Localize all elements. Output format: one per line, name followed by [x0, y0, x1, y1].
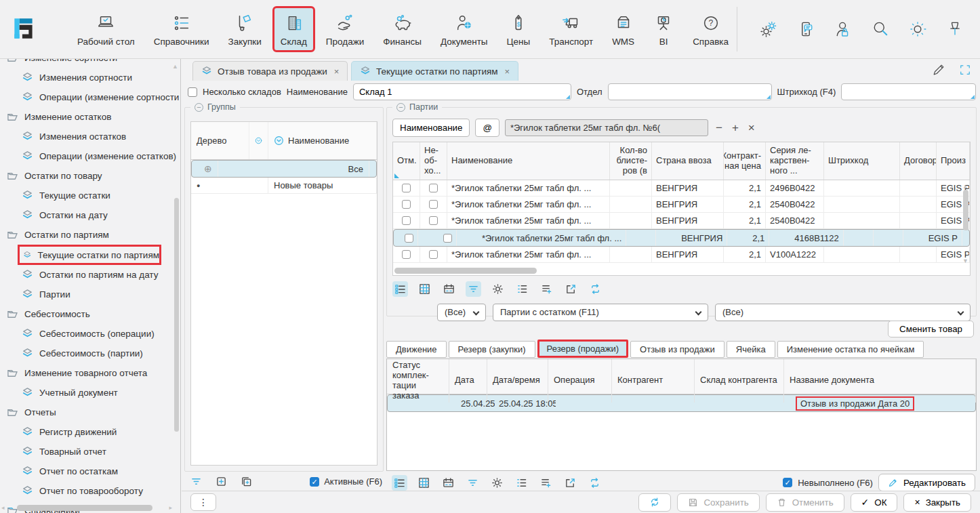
edit-button[interactable]: Редактировать — [878, 474, 975, 491]
tab-cell[interactable]: Ячейка — [727, 341, 775, 358]
department-input[interactable] — [608, 83, 772, 100]
extra-filter-select[interactable]: (Все) — [715, 304, 971, 321]
tree-item[interactable]: Партии — [0, 285, 180, 304]
view-list-icon[interactable] — [392, 281, 408, 297]
column-header-producer[interactable]: Произ — [937, 142, 970, 180]
row-checkbox[interactable] — [429, 250, 438, 259]
group-row-new-products[interactable]: ● Новые товары — [191, 178, 377, 194]
tree-item[interactable]: Остатки на дату — [0, 205, 180, 225]
close-button[interactable]: × Закрыть — [903, 493, 971, 512]
settings-gear-icon[interactable] — [489, 475, 505, 491]
view-grid-icon[interactable] — [417, 281, 432, 297]
search-value-input[interactable]: *Эгилок таблетки 25мг табл фл. №6( — [505, 119, 708, 136]
more-actions-button[interactable]: ⋮ — [190, 493, 216, 511]
tree-item[interactable]: Операции (изменение сортности — [0, 87, 180, 107]
menu-item-purchases[interactable]: Закупки — [220, 6, 270, 52]
tab-movement[interactable]: Движение — [386, 341, 447, 358]
column-header-country[interactable]: Страна ввоза — [652, 142, 724, 180]
tree-item[interactable]: Изменения остатков — [0, 127, 180, 146]
tree-item[interactable]: Отчет по остаткам — [0, 461, 180, 481]
menu-item-sales[interactable]: Продажи — [318, 6, 372, 52]
tree-item[interactable]: Операции (изменение остатков) — [0, 146, 180, 166]
row-checkbox[interactable] — [402, 216, 411, 225]
column-header-contract[interactable]: Договор — [900, 142, 937, 180]
user-lock-icon[interactable] — [834, 20, 853, 39]
row-checkbox[interactable] — [402, 200, 411, 209]
menu-item-finance[interactable]: Финансы — [375, 6, 430, 52]
tree-folder[interactable]: Отчеты — [0, 403, 180, 422]
party-row[interactable]: *Эгилок таблетки 25мг табл фл. ... ВЕНГР… — [393, 213, 970, 229]
filter-icon[interactable] — [466, 281, 481, 297]
menu-item-bi[interactable]: BI — [645, 6, 682, 52]
column-header-tree[interactable]: Дерево — [191, 122, 249, 159]
reserve-row[interactable]: 25.04.25 25.04.25 18:05:02 Отзыв из прод… — [387, 394, 976, 412]
close-tab-icon[interactable]: × — [334, 66, 340, 77]
collapse-icon[interactable]: − — [195, 103, 203, 112]
filter-icon[interactable] — [465, 475, 481, 491]
settings-gear-icon[interactable] — [490, 281, 506, 297]
tab-product-recall[interactable]: Отзыв товара из продажи × — [192, 61, 348, 81]
tree-item[interactable]: Отчет по товарообороту — [0, 481, 180, 501]
tree-item[interactable]: Текущие остатки — [0, 186, 180, 205]
scroll-left-arrow[interactable]: ◂ — [1, 504, 5, 512]
row-checkbox[interactable] — [429, 184, 438, 192]
party-row[interactable]: *Эгилок таблетки 25мг табл фл. ... ВЕНГР… — [393, 247, 970, 263]
row-checkbox[interactable] — [429, 216, 438, 225]
mark-filter-select[interactable]: (Все) — [437, 304, 486, 321]
tree-item-current-batch-remainders[interactable]: Текущие остатки по партиям — [18, 245, 161, 265]
open-external-icon[interactable] — [563, 475, 578, 491]
change-product-button[interactable]: Сменить товар — [888, 321, 974, 337]
close-tab-icon[interactable]: × — [505, 66, 510, 77]
search-mode-button[interactable]: @ — [475, 119, 499, 137]
party-row[interactable]: *Эгилок таблетки 25мг табл фл. ... ВЕНГР… — [393, 197, 970, 213]
column-header-barcode[interactable]: Штрихкод — [824, 142, 900, 180]
column-header-price[interactable]: Контракт-ная цена — [724, 142, 766, 180]
open-external-icon[interactable] — [563, 281, 579, 297]
repeat-icon[interactable] — [588, 281, 603, 297]
tree-folder[interactable]: Остатки по партиям — [0, 225, 180, 245]
add-box-icon[interactable] — [213, 474, 229, 489]
row-checkbox[interactable] — [429, 200, 438, 209]
refresh-button[interactable] — [638, 493, 671, 512]
save-button[interactable]: Сохранить — [677, 493, 759, 512]
scroll-down-arrow[interactable]: ▼ — [962, 258, 968, 264]
tree-item[interactable]: Изменения сортности — [0, 68, 180, 87]
tree-item[interactable]: Остатки по партиям на дату — [0, 265, 180, 285]
document-name-highlight[interactable]: Отзыв из продажи Дата 20 — [796, 396, 914, 411]
tab-recall-from-sales[interactable]: Отзыв из продажи — [630, 341, 724, 358]
menu-item-desktop[interactable]: Рабочий стол — [69, 6, 143, 52]
multi-warehouse-checkbox[interactable] — [188, 87, 197, 97]
clear-filter-icon[interactable]: × — [746, 121, 757, 135]
menu-item-transport[interactable]: Транспорт — [541, 6, 601, 52]
active-checkbox[interactable]: ✓ — [310, 477, 319, 487]
numbered-list-icon[interactable] — [514, 281, 530, 297]
tree-item[interactable]: Товарный отчет — [0, 442, 180, 461]
tab-cell-remainder-change[interactable]: Изменение остатка по ячейкам — [777, 341, 924, 358]
tab-current-batch-remainders[interactable]: Текущие остатки по партиям × — [351, 61, 518, 81]
ok-button[interactable]: ✓ ОК — [851, 493, 898, 512]
table-vertical-scrollbar[interactable] — [963, 182, 968, 266]
theme-sun-icon[interactable] — [908, 20, 927, 39]
tree-item[interactable]: Себестоимость (партии) — [0, 344, 180, 363]
repeat-icon[interactable] — [587, 475, 603, 491]
scroll-right-arrow[interactable]: ▸ — [169, 504, 172, 512]
column-header-mark[interactable]: Отм. — [393, 142, 420, 180]
remove-filter-icon[interactable]: − — [714, 121, 724, 135]
pin-icon[interactable] — [945, 20, 964, 39]
numbered-list-icon[interactable] — [514, 475, 529, 491]
unfulfilled-checkbox[interactable]: ✓ — [783, 478, 792, 487]
tab-reserve-purchases[interactable]: Резерв (закупки) — [449, 341, 535, 358]
tree-folder[interactable]: Изменение остатков — [0, 107, 180, 127]
party-row-selected[interactable]: *Эгилок таблетки 25мг табл фл. ... ВЕНГР… — [393, 229, 970, 247]
column-header-name[interactable]: Наименование — [447, 142, 610, 180]
menu-item-references[interactable]: Справочники — [146, 6, 218, 52]
collapse-icon[interactable]: − — [396, 103, 405, 112]
sidebar-vertical-scrollbar[interactable] — [174, 198, 179, 432]
tree-item[interactable]: Регистр движений — [0, 422, 180, 442]
sidebar-horizontal-scrollbar[interactable]: ◂ ▸ — [1, 504, 172, 512]
search-icon[interactable] — [871, 20, 890, 39]
copy-add-icon[interactable] — [239, 474, 254, 489]
expand-node-icon[interactable]: ⊕ — [199, 161, 218, 177]
search-field-button[interactable]: Наименование — [392, 119, 470, 137]
view-calendar-icon[interactable] — [441, 281, 457, 297]
